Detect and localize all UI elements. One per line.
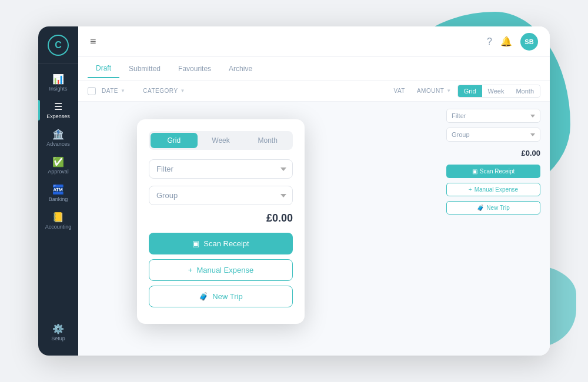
popup-filter-select[interactable]: Filter [149,159,293,179]
col-date: DATE ▼ [102,88,125,94]
manual-expense-button-small[interactable]: + Manual Expense [446,183,540,196]
help-icon[interactable]: ? [487,36,492,47]
col-vat: VAT [393,88,405,94]
manual-expense-button[interactable]: + Manual Expense [149,259,293,281]
scan-receipt-button[interactable]: ▣ Scan Receipt [149,233,293,254]
popup-view-month[interactable]: Month [244,133,291,148]
sidebar-item-advances[interactable]: 🏦 Advances [38,124,78,152]
popup-overlay: Grid Week Month Filter Group [137,119,305,324]
popup-card: Grid Week Month Filter Group [137,119,305,324]
main-content: ≡ ? 🔔 SB Draft Submitted Favourites Arch… [78,26,550,356]
sidebar-item-label: Banking [49,196,68,202]
new-trip-button[interactable]: 🧳 New Trip [149,286,293,307]
sidebar-item-label: Accounting [45,224,72,230]
sidebar-item-insights[interactable]: 📊 Insights [38,69,78,96]
advances-icon: 🏦 [52,130,64,139]
trip-icon-small: 🧳 [477,205,484,211]
scan-icon: ▣ [192,239,199,248]
popup-group-select[interactable]: Group [149,186,293,205]
insights-icon: 📊 [52,75,64,84]
view-month-button[interactable]: Month [510,85,540,97]
select-all-checkbox[interactable] [88,87,96,95]
col-category-filter-icon[interactable]: ▼ [181,88,185,93]
popup-view-toggle: Grid Week Month [149,131,293,150]
sidebar-item-label: Approval [48,169,69,175]
sidebar-bottom: ⚙️ Setup [51,319,65,356]
accounting-icon: 📒 [52,213,64,222]
receipt-icon-small: ▣ [472,168,477,175]
group-select[interactable]: Group [446,128,540,142]
plus-icon-small: + [469,186,472,193]
sidebar-item-label: Advances [46,141,70,147]
grid-area: Filter Group £0.00 ▣ Scan Receipt + Manu… [78,102,550,356]
sidebar-item-expenses[interactable]: ☰ Expenses [38,96,78,124]
col-amount: AMOUNT ▼ [417,88,452,94]
popup-amount: £0.00 [149,212,293,224]
sidebar-item-banking[interactable]: 🏧 Banking [38,179,78,207]
right-panel: Filter Group £0.00 ▣ Scan Receipt + Manu… [446,109,540,349]
expenses-icon: ☰ [54,102,62,112]
logo-icon: C [48,35,69,56]
header-right: ? 🔔 SB [487,33,538,51]
sidebar-logo: C [38,26,78,64]
tab-archive[interactable]: Archive [220,60,260,78]
sidebar: C 📊 Insights ☰ Expenses 🏦 Advances ✅ App… [38,26,78,356]
sidebar-item-label: Expenses [46,113,70,119]
view-grid-button[interactable]: Grid [458,85,482,97]
tab-draft[interactable]: Draft [88,59,119,78]
scan-receipt-button-small[interactable]: ▣ Scan Receipt [446,165,540,178]
approval-icon: ✅ [52,158,64,167]
avatar[interactable]: SB [520,33,538,51]
bell-icon[interactable]: 🔔 [500,36,512,47]
tab-submitted[interactable]: Submitted [121,60,169,78]
sidebar-item-setup[interactable]: ⚙️ Setup [51,319,65,346]
popup-view-week[interactable]: Week [198,133,245,148]
sidebar-item-accounting[interactable]: 📒 Accounting [38,207,78,234]
setup-icon: ⚙️ [52,324,64,334]
sidebar-item-label: Setup [51,336,65,341]
hamburger-icon[interactable]: ≡ [90,35,96,48]
col-amount-sort-icon[interactable]: ▼ [446,88,451,93]
header: ≡ ? 🔔 SB [78,26,550,57]
tab-bar: Draft Submitted Favourites Archive [78,57,550,81]
filter-select[interactable]: Filter [446,109,540,123]
sidebar-nav: 📊 Insights ☰ Expenses 🏦 Advances ✅ Appro… [38,64,78,319]
banking-icon: 🏧 [52,185,64,195]
col-date-sort-icon[interactable]: ▼ [121,88,125,93]
sidebar-item-label: Insights [49,86,67,92]
sidebar-item-approval[interactable]: ✅ Approval [38,152,78,179]
new-trip-button-small[interactable]: 🧳 New Trip [446,201,540,215]
view-week-button[interactable]: Week [482,85,510,97]
data-toolbar: DATE ▼ CATEGORY ▼ VAT AMOUNT ▼ Grid Wee [78,81,550,102]
trip-icon: 🧳 [199,292,208,301]
tab-favourites[interactable]: Favourites [170,60,219,78]
plus-icon: + [188,266,193,274]
amount-display-small: £0.00 [446,146,540,160]
col-category: CATEGORY ▼ [143,88,185,94]
view-toggle-toolbar: Grid Week Month [457,85,540,98]
popup-view-grid[interactable]: Grid [151,133,198,148]
content-area: Draft Submitted Favourites Archive DATE … [78,57,550,356]
app-window: C 📊 Insights ☰ Expenses 🏦 Advances ✅ App… [38,26,550,356]
